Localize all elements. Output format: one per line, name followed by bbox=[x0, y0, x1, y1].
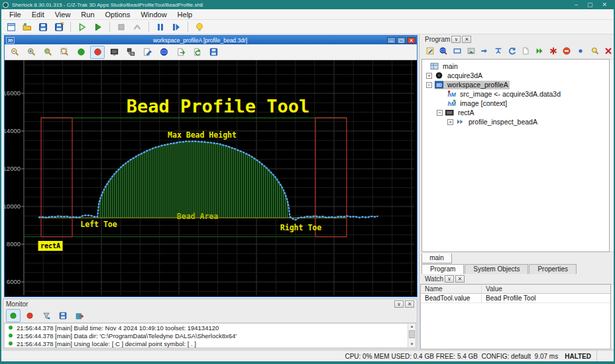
collapse-icon[interactable]: − bbox=[426, 82, 432, 88]
svg-text:6000: 6000 bbox=[7, 278, 21, 285]
run-icon bbox=[93, 22, 103, 32]
plot-area[interactable]: 1600014000120001000080006000Bead Profile… bbox=[5, 60, 417, 296]
menu-run[interactable]: Run bbox=[76, 9, 99, 20]
menu-view[interactable]: View bbox=[50, 9, 76, 20]
stop-icon bbox=[116, 22, 127, 32]
monitor-stop-button[interactable] bbox=[23, 309, 37, 322]
tree-item-label: main bbox=[441, 62, 459, 70]
new-button[interactable] bbox=[4, 21, 19, 34]
scroll-up-icon[interactable]: ▲ bbox=[408, 324, 416, 330]
menu-edit[interactable]: Edit bbox=[27, 9, 50, 20]
bulb-button[interactable] bbox=[192, 21, 207, 34]
workspace-window-titlebar[interactable]: 3D workspace_profileA [profile_bead.3dr]… bbox=[5, 36, 417, 44]
error-star-button[interactable] bbox=[547, 44, 560, 58]
tab-main[interactable]: main bbox=[421, 253, 452, 263]
loop-button[interactable] bbox=[506, 44, 519, 58]
watch-col-value[interactable]: Value bbox=[482, 285, 610, 293]
rect-icon bbox=[445, 109, 454, 116]
profile-plot[interactable]: 1600014000120001000080006000Bead Profile… bbox=[5, 60, 417, 295]
tree-item-image[interactable]: hMimage [context] bbox=[422, 99, 609, 108]
tree-item-main[interactable]: main bbox=[422, 62, 609, 71]
scroll-down-icon[interactable]: ▼ bbox=[408, 341, 416, 347]
expand-icon[interactable]: + bbox=[426, 73, 432, 79]
save-image-button[interactable] bbox=[206, 46, 221, 59]
export-page-button[interactable] bbox=[173, 46, 188, 59]
page-button[interactable] bbox=[519, 44, 532, 58]
monitor-close-button[interactable]: ✕ bbox=[405, 300, 414, 308]
tree-item-acquire3dA[interactable]: +acquire3dA bbox=[422, 71, 609, 80]
watch-close-button[interactable]: ✕ bbox=[455, 275, 465, 283]
zoom-out-button[interactable] bbox=[7, 46, 22, 59]
scroll-thumb[interactable] bbox=[409, 330, 415, 338]
window-close-button[interactable]: ✕ bbox=[602, 2, 607, 8]
menu-options[interactable]: Options bbox=[100, 9, 136, 20]
tree-item-workspace_profileA[interactable]: −3Dworkspace_profileA bbox=[422, 80, 609, 89]
window-minimize-button[interactable]: – bbox=[575, 2, 578, 8]
layout-button[interactable] bbox=[123, 46, 138, 59]
zoom-fit-button[interactable] bbox=[57, 46, 72, 59]
tree-item-profile_inspect_beadA[interactable]: +profile_inspect_beadA bbox=[422, 117, 609, 126]
window-maximize-button[interactable]: ▢ bbox=[587, 2, 593, 8]
watch-row[interactable]: BeadTool.valueBead Profile Tool bbox=[421, 294, 610, 303]
stop-sign-button[interactable] bbox=[560, 44, 573, 58]
refresh-page-icon bbox=[192, 47, 202, 57]
watch-col-name[interactable]: Name bbox=[421, 285, 482, 293]
edit-note-button[interactable] bbox=[423, 44, 437, 58]
filter-button[interactable] bbox=[39, 309, 54, 322]
open-button[interactable] bbox=[20, 21, 34, 34]
monitor-collapse-button[interactable]: ∨ bbox=[394, 300, 404, 308]
refresh-page-button[interactable] bbox=[190, 46, 204, 59]
export-log-button[interactable] bbox=[72, 309, 87, 322]
save-all-button[interactable] bbox=[52, 21, 66, 34]
inspect-button[interactable] bbox=[156, 46, 171, 59]
watch-name: BeadTool.value bbox=[421, 294, 482, 302]
workspace-close-button[interactable]: ✕ bbox=[407, 37, 416, 44]
expand-icon[interactable]: + bbox=[447, 119, 453, 125]
monitor-start-button[interactable] bbox=[6, 309, 21, 322]
zoom-area-icon bbox=[43, 47, 53, 57]
breakpoint-button[interactable] bbox=[574, 44, 587, 58]
stop-button[interactable] bbox=[114, 21, 129, 34]
svg-text:12000: 12000 bbox=[5, 165, 21, 172]
save-all-icon bbox=[54, 22, 64, 32]
goto-arrow-button[interactable] bbox=[478, 44, 492, 58]
workspace-maximize-button[interactable]: ▢ bbox=[397, 37, 406, 44]
menu-file[interactable]: File bbox=[4, 9, 27, 20]
tab-program[interactable]: Program bbox=[421, 264, 464, 274]
edit-graphics-button[interactable] bbox=[140, 46, 154, 59]
monitor-scrollbar[interactable]: ▲ ▼ bbox=[408, 324, 416, 347]
display-button[interactable] bbox=[107, 46, 121, 59]
tree-item-rectA[interactable]: −rectA bbox=[422, 108, 609, 117]
program-close-button[interactable]: ✕ bbox=[462, 36, 471, 43]
watch-collapse-button[interactable]: ∨ bbox=[445, 275, 454, 283]
search-globe-button[interactable] bbox=[437, 44, 451, 58]
tab-system-objects[interactable]: System Objects bbox=[465, 264, 528, 274]
pause-button[interactable] bbox=[153, 21, 168, 34]
program-panel-title: Program bbox=[425, 36, 450, 43]
chevrons-icon bbox=[456, 118, 465, 126]
menu-help[interactable]: Help bbox=[172, 9, 198, 20]
select-rect-button[interactable] bbox=[451, 44, 464, 58]
live-run-button[interactable] bbox=[74, 46, 88, 59]
image-op-button[interactable] bbox=[465, 44, 478, 58]
zoom-in-button[interactable] bbox=[24, 46, 38, 59]
workspace-minimize-button[interactable]: – bbox=[387, 37, 396, 44]
zoom-area-button[interactable] bbox=[40, 46, 55, 59]
menu-window[interactable]: Window bbox=[135, 9, 172, 20]
branch-button[interactable] bbox=[492, 44, 505, 58]
tab-properties[interactable]: Properties bbox=[529, 264, 577, 274]
tree-item-src_image[interactable]: hMsrc_image <- acquire3dA.data3d bbox=[422, 89, 609, 99]
step-button[interactable] bbox=[169, 21, 184, 34]
run-fast-button[interactable] bbox=[533, 44, 546, 58]
live-stop-button[interactable] bbox=[90, 46, 105, 59]
save-log-button[interactable] bbox=[56, 309, 70, 322]
program-collapse-button[interactable]: ∨ bbox=[451, 36, 461, 43]
find-icon bbox=[590, 46, 600, 56]
run-button[interactable] bbox=[91, 21, 105, 34]
find-button[interactable] bbox=[588, 44, 602, 58]
abort-button[interactable] bbox=[130, 21, 144, 34]
run-once-button[interactable] bbox=[75, 21, 89, 34]
annotation-text: Max Bead Height bbox=[168, 130, 237, 140]
save-button[interactable] bbox=[36, 21, 50, 34]
collapse-icon[interactable]: − bbox=[437, 110, 443, 116]
